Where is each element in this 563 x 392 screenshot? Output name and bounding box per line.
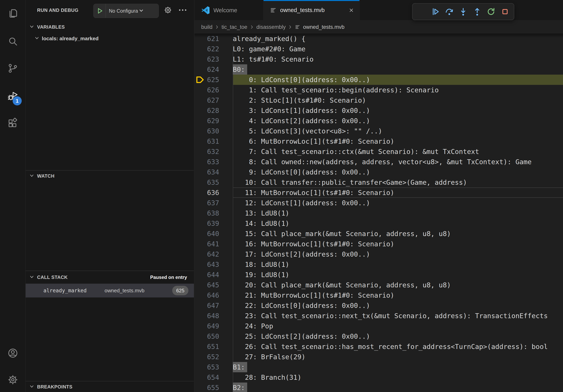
code-line[interactable]: 633 8: Call owned::new(address, address,…	[194, 157, 563, 167]
code-line[interactable]: 627 2: StLoc[1](ts#1#0: Scenario)	[194, 95, 563, 105]
code-line[interactable]: 621already_marked() {	[194, 34, 563, 44]
code-line-block-label[interactable]: 655B2:	[194, 382, 563, 392]
files-icon	[7, 16, 19, 20]
activity-search-button[interactable]	[7, 36, 19, 47]
tab-welcome[interactable]: Welcome	[194, 0, 264, 21]
code-line[interactable]: 649 24: Pop	[194, 321, 563, 331]
code-line[interactable]: 652 27: BrFalse(29)	[194, 352, 563, 362]
vscode-window: 1 RUN AND DEBUG No Configura VARIABLES l…	[0, 0, 563, 392]
code-line[interactable]: 642 17: LdConst[2](address: 0x00..)	[194, 249, 563, 259]
code-line-current-execution[interactable]: 625 0: LdConst[0](address: 0x00..)	[194, 75, 563, 85]
toolbar-drag-handle[interactable]	[416, 6, 427, 17]
code-line[interactable]: 626 1: Call test_scenario::begin(address…	[194, 85, 563, 95]
line-number-gutter[interactable]: 653	[194, 362, 219, 372]
code-text: 2: StLoc[1](ts#1#0: Scenario)	[194, 95, 563, 105]
activity-extensions-button[interactable]	[7, 118, 19, 129]
code-line[interactable]: 629 4: LdConst[2](address: 0x00..)	[194, 116, 563, 126]
code-line[interactable]: 623L1: ts#1#0: Scenario	[194, 54, 563, 64]
code-line[interactable]: 647 22: LdConst[0](address: 0x00..)	[194, 301, 563, 311]
chevron-down-icon	[34, 35, 40, 42]
debug-step-into-button[interactable]	[458, 6, 469, 17]
code-line[interactable]: 640 15: Call place_mark(&mut Scenario, a…	[194, 229, 563, 239]
chevron-down-icon	[29, 24, 35, 30]
gear-icon	[163, 6, 172, 15]
activity-explorer-button[interactable]	[7, 8, 19, 19]
account-button[interactable]	[7, 347, 19, 359]
code-text: 27: BrFalse(29)	[194, 352, 563, 362]
code-line[interactable]: 622L0: game#2#0: Game	[194, 44, 563, 54]
start-debug-button[interactable]	[93, 4, 106, 18]
breakpoints-section-header[interactable]: BREAKPOINTS	[26, 381, 194, 392]
code-line[interactable]: 650 25: LdConst[2](address: 0x00..)	[194, 331, 563, 341]
breadcrumb-disassembly[interactable]: disassembly	[256, 24, 286, 30]
debug-step-over-button[interactable]	[443, 6, 455, 17]
variables-scope-locals[interactable]: locals: already_marked	[26, 33, 194, 44]
code-line[interactable]: 637 12: LdConst[1](address: 0x00..)	[194, 198, 563, 208]
code-line[interactable]: 638 13: LdU8(1)	[194, 208, 563, 218]
chevron-right-icon	[288, 25, 293, 30]
code-line[interactable]: 643 18: LdU8(1)	[194, 259, 563, 270]
code-line[interactable]: 644 19: LdU8(1)	[194, 270, 563, 280]
code-line[interactable]: 631 6: MutBorrowLoc[1](ts#1#0: Scenario)	[194, 136, 563, 146]
code-line[interactable]: 646 21: MutBorrowLoc[1](ts#1#0: Scenario…	[194, 290, 563, 301]
code-line[interactable]: 648 23: Call test_scenario::next_tx(&mut…	[194, 311, 563, 321]
line-number-gutter[interactable]: 624	[194, 64, 219, 75]
code-line[interactable]: 628 3: LdConst[1](address: 0x00..)	[194, 105, 563, 116]
vscode-logo-icon	[201, 6, 210, 15]
code-line[interactable]: 645 20: Call place_mark(&mut Scenario, a…	[194, 280, 563, 290]
code-text: 25: LdConst[2](address: 0x00..)	[194, 331, 563, 341]
play-icon	[96, 7, 103, 15]
code-line[interactable]: 654 28: Branch(31)	[194, 372, 563, 382]
code-text: 22: LdConst[0](address: 0x00..)	[194, 301, 563, 311]
debug-current-line-pointer-icon	[196, 76, 204, 84]
code-line[interactable]: 639 14: LdU8(1)	[194, 218, 563, 229]
call-stack-section-header[interactable]: CALL STACK Paused on entry	[26, 271, 194, 284]
file-lines-icon	[270, 7, 277, 14]
breadcrumb-tic-tac-toe[interactable]: tic_tac_toe	[221, 24, 247, 30]
code-text: 13: LdU8(1)	[194, 208, 563, 218]
grip-dots-icon	[417, 7, 426, 16]
code-line-block-label[interactable]: 653B1:	[194, 362, 563, 372]
code-line[interactable]: 634 9: LdConst[0](address: 0x00..)	[194, 167, 563, 177]
code-text: 6: MutBorrowLoc[1](ts#1#0: Scenario)	[194, 136, 563, 146]
breadcrumb-file[interactable]: owned_tests.mvb	[295, 24, 345, 30]
code-line-block-label[interactable]: 624B0:	[194, 64, 563, 75]
debug-stop-button[interactable]	[499, 6, 511, 17]
watch-section-header[interactable]: WATCH	[26, 170, 194, 182]
debug-continue-button[interactable]	[430, 6, 441, 17]
variables-section-header[interactable]: VARIABLES	[26, 21, 194, 33]
code-line[interactable]: 632 7: Call test_scenario::ctx(&mut Scen…	[194, 146, 563, 157]
call-stack-frame-row[interactable]: already_marked owned_tests.mvb 625	[26, 284, 194, 298]
breadcrumb-build[interactable]: build	[201, 24, 212, 30]
code-text: 11: MutBorrowLoc[1](ts#1#0: Scenario)	[194, 187, 563, 198]
code-line[interactable]: 630 5: LdConst[3](vector<u8>: "" /..)	[194, 126, 563, 136]
code-line[interactable]: 651 26: Call test_scenario::has_most_rec…	[194, 341, 563, 352]
tab-owned-tests[interactable]: owned_tests.mvb	[264, 0, 360, 21]
code-text: 16: MutBorrowLoc[1](ts#1#0: Scenario)	[194, 239, 563, 249]
chevron-down-icon	[29, 173, 35, 179]
more-actions-button[interactable]	[178, 8, 187, 13]
debug-settings-button[interactable]	[163, 6, 172, 15]
debug-restart-button[interactable]	[485, 6, 497, 17]
line-number-gutter[interactable]: 655	[194, 382, 219, 392]
account-icon	[7, 356, 19, 359]
code-text: L1: ts#1#0: Scenario	[194, 54, 563, 64]
debug-config-dropdown[interactable]: No Configura	[93, 4, 159, 18]
close-icon[interactable]	[348, 7, 354, 13]
code-text: 20: Call place_mark(&mut Scenario, addre…	[194, 280, 563, 290]
settings-button[interactable]	[7, 374, 19, 385]
code-text: 26: Call test_scenario::has_most_recent_…	[194, 341, 563, 352]
locals-scope-label: locals: already_marked	[42, 36, 99, 42]
code-line[interactable]: 635 10: Call transfer::public_transfer<G…	[194, 177, 563, 187]
paused-status-text: Paused on entry	[150, 274, 187, 280]
breadcrumb: build tic_tac_toe disassembly owned_test…	[194, 21, 563, 34]
code-line-cursor[interactable]: 636 11: MutBorrowLoc[1](ts#1#0: Scenario…	[194, 187, 563, 198]
tab-welcome-label: Welcome	[213, 7, 237, 14]
code-text: 8: Call owned::new(address, address, vec…	[194, 157, 563, 167]
code-text: 1: Call test_scenario::begin(address): S…	[194, 85, 563, 95]
code-text: 17: LdConst[2](address: 0x00..)	[194, 249, 563, 259]
activity-source-control-button[interactable]	[7, 63, 19, 74]
step-over-icon	[445, 7, 454, 16]
debug-step-out-button[interactable]	[472, 6, 483, 17]
code-line[interactable]: 641 16: MutBorrowLoc[1](ts#1#0: Scenario…	[194, 239, 563, 249]
